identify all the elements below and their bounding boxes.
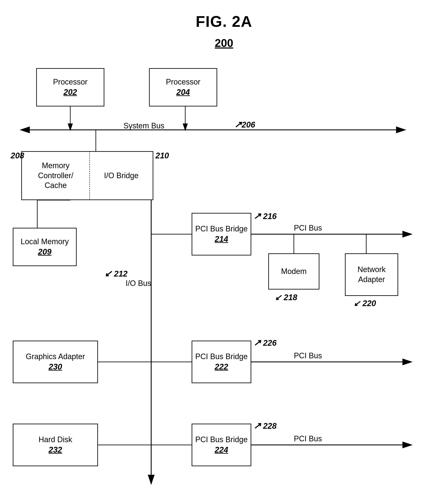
- network-adapter-label: Network Adapter: [346, 265, 398, 285]
- graphics-adapter-ref: 230: [48, 362, 62, 372]
- network-adapter-ref: ↙ 220: [353, 299, 376, 308]
- graphics-adapter-box: Graphics Adapter 230: [13, 341, 98, 383]
- memory-controller-box: MemoryController/Cache: [21, 151, 89, 200]
- pci-bus-bridge-222-label: PCI Bus Bridge: [195, 352, 248, 362]
- pci-bus-bridge-214-box: PCI Bus Bridge 214: [192, 213, 251, 255]
- pci-bus-ref-226: ↗ 226: [253, 337, 277, 348]
- pci-bus-ref-228: ↗ 228: [253, 421, 277, 431]
- hard-disk-box: Hard Disk 232: [13, 424, 98, 466]
- pci-bus-bridge-214-label: PCI Bus Bridge: [195, 224, 248, 234]
- hard-disk-label: Hard Disk: [39, 435, 72, 445]
- page-title: FIG. 2A: [0, 0, 448, 30]
- hard-disk-ref: 232: [48, 445, 62, 455]
- system-bus-label: System Bus: [124, 121, 164, 130]
- memory-controller-label: MemoryController/Cache: [38, 161, 73, 190]
- pci-bus-2-label: PCI Bus: [294, 351, 322, 360]
- modem-ref: ↙ 218: [275, 293, 297, 302]
- io-bus-label: I/O Bus: [126, 279, 151, 288]
- pci-bus-bridge-224-box: PCI Bus Bridge 224: [192, 424, 251, 466]
- io-bridge-box: I/O Bridge: [89, 151, 153, 200]
- graphics-adapter-label: Graphics Adapter: [26, 352, 85, 362]
- pci-bus-bridge-222-ref: 222: [215, 362, 228, 372]
- pci-bus-ref-216: ↗ 216: [253, 211, 277, 221]
- processor-204-ref: 204: [176, 87, 190, 97]
- pci-bus-1-label: PCI Bus: [294, 223, 322, 233]
- processor-202-box: Processor 202: [36, 68, 104, 107]
- modem-box: Modem: [268, 253, 320, 290]
- local-memory-label: Local Memory: [21, 237, 69, 247]
- pci-bus-bridge-224-ref: 224: [215, 445, 228, 455]
- local-memory-box: Local Memory 209: [13, 228, 77, 266]
- processor-202-label: Processor: [53, 77, 88, 87]
- pci-bus-bridge-214-ref: 214: [215, 234, 228, 244]
- system-bus-ref: ↗206: [234, 119, 255, 130]
- processor-204-label: Processor: [166, 77, 200, 87]
- memory-controller-ref: 208: [11, 151, 24, 160]
- pci-bus-3-label: PCI Bus: [294, 434, 322, 443]
- io-bridge-label: I/O Bridge: [104, 171, 138, 181]
- pci-bus-bridge-224-label: PCI Bus Bridge: [195, 435, 248, 445]
- network-adapter-box: Network Adapter: [345, 253, 398, 296]
- modem-label: Modem: [281, 266, 307, 277]
- pci-bus-bridge-222-box: PCI Bus Bridge 222: [192, 341, 251, 383]
- local-memory-ref: 209: [38, 247, 51, 257]
- processor-204-box: Processor 204: [149, 68, 217, 107]
- processor-202-ref: 202: [64, 87, 77, 97]
- io-bridge-ref: 210: [155, 151, 169, 160]
- io-bus-ref: ↙ 212: [104, 268, 128, 279]
